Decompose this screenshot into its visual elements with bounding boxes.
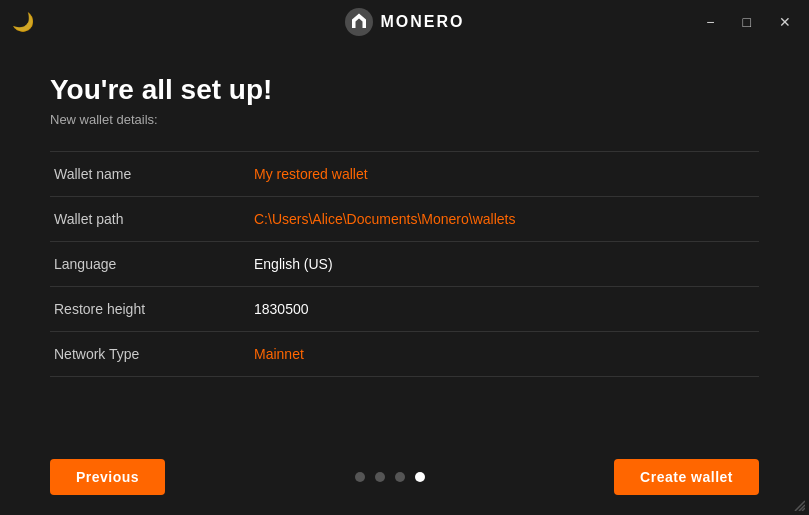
page-subtitle: New wallet details: xyxy=(50,112,759,127)
detail-label: Wallet name xyxy=(50,152,250,197)
minimize-button[interactable]: − xyxy=(700,12,720,32)
detail-label: Network Type xyxy=(50,332,250,377)
main-content: You're all set up! New wallet details: W… xyxy=(0,44,809,397)
pagination-dot-2 xyxy=(375,472,385,482)
title-bar: 🌙 MONERO − □ ✕ xyxy=(0,0,809,44)
table-row: Restore height1830500 xyxy=(50,287,759,332)
bottom-bar: Previous Create wallet xyxy=(0,459,809,495)
app-title: MONERO xyxy=(381,13,465,31)
pagination-dot-4 xyxy=(415,472,425,482)
theme-icon: 🌙 xyxy=(12,11,34,33)
pagination-dots xyxy=(355,472,425,482)
create-wallet-button[interactable]: Create wallet xyxy=(614,459,759,495)
detail-label: Wallet path xyxy=(50,197,250,242)
table-row: Wallet nameMy restored wallet xyxy=(50,152,759,197)
pagination-dot-3 xyxy=(395,472,405,482)
detail-value: 1830500 xyxy=(250,287,759,332)
page-title: You're all set up! xyxy=(50,74,759,106)
close-button[interactable]: ✕ xyxy=(773,12,797,32)
detail-value: English (US) xyxy=(250,242,759,287)
detail-value: My restored wallet xyxy=(250,152,759,197)
detail-label: Restore height xyxy=(50,287,250,332)
detail-value: Mainnet xyxy=(250,332,759,377)
resize-handle-icon xyxy=(791,497,805,511)
pagination-dot-1 xyxy=(355,472,365,482)
detail-label: Language xyxy=(50,242,250,287)
table-row: Wallet pathC:\Users\Alice\Documents\Mone… xyxy=(50,197,759,242)
table-row: Network TypeMainnet xyxy=(50,332,759,377)
title-bar-center: MONERO xyxy=(345,8,465,36)
monero-logo-icon xyxy=(345,8,373,36)
previous-button[interactable]: Previous xyxy=(50,459,165,495)
title-bar-controls: − □ ✕ xyxy=(700,12,797,32)
title-bar-left: 🌙 xyxy=(12,11,52,33)
detail-value: C:\Users\Alice\Documents\Monero\wallets xyxy=(250,197,759,242)
wallet-details-table: Wallet nameMy restored walletWallet path… xyxy=(50,151,759,377)
maximize-button[interactable]: □ xyxy=(737,12,757,32)
svg-point-0 xyxy=(345,8,373,36)
table-row: LanguageEnglish (US) xyxy=(50,242,759,287)
